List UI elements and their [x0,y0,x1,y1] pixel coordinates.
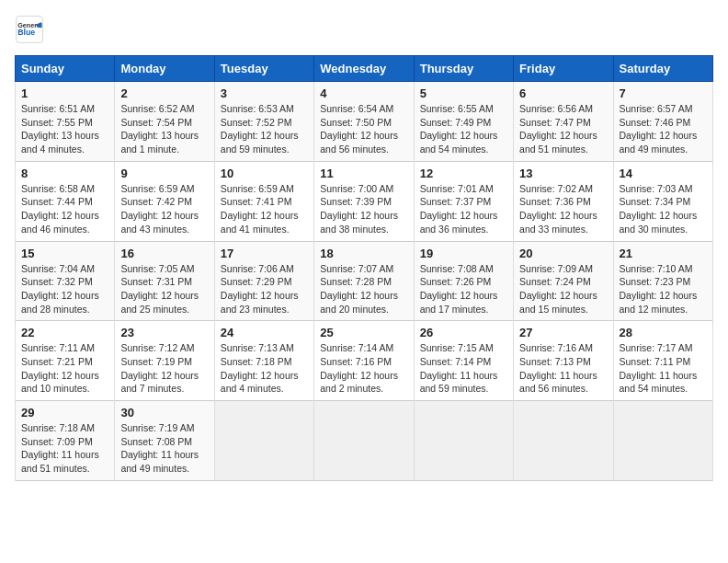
calendar-cell: 23 Sunrise: 7:12 AM Sunset: 7:19 PM Dayl… [115,321,214,401]
calendar-cell: 4 Sunrise: 6:54 AM Sunset: 7:50 PM Dayli… [314,82,414,162]
day-number: 20 [519,247,607,260]
calendar-cell: 18 Sunrise: 7:07 AM Sunset: 7:28 PM Dayl… [314,241,414,321]
calendar-cell: 17 Sunrise: 7:06 AM Sunset: 7:29 PM Dayl… [214,241,313,321]
calendar-row: 1 Sunrise: 6:51 AM Sunset: 7:55 PM Dayli… [16,82,713,162]
calendar-row: 22 Sunrise: 7:11 AM Sunset: 7:21 PM Dayl… [16,321,713,401]
day-number: 21 [620,247,707,260]
day-number: 14 [620,167,707,180]
calendar-cell [613,401,712,481]
day-number: 18 [320,247,407,260]
day-number: 22 [21,326,108,339]
day-number: 30 [120,406,208,419]
day-detail: Sunrise: 7:04 AM Sunset: 7:32 PM Dayligh… [21,263,99,315]
calendar-row: 29 Sunrise: 7:18 AM Sunset: 7:09 PM Dayl… [16,401,713,481]
calendar-cell: 2 Sunrise: 6:52 AM Sunset: 7:54 PM Dayli… [115,82,214,162]
calendar-cell: 28 Sunrise: 7:17 AM Sunset: 7:11 PM Dayl… [613,321,712,401]
calendar-cell: 15 Sunrise: 7:04 AM Sunset: 7:32 PM Dayl… [16,241,115,321]
day-detail: Sunrise: 7:19 AM Sunset: 7:08 PM Dayligh… [120,422,199,474]
day-number: 25 [320,326,407,339]
day-detail: Sunrise: 7:09 AM Sunset: 7:24 PM Dayligh… [519,263,597,315]
calendar-cell: 10 Sunrise: 6:59 AM Sunset: 7:41 PM Dayl… [214,161,313,241]
calendar-cell: 29 Sunrise: 7:18 AM Sunset: 7:09 PM Dayl… [16,401,115,481]
day-detail: Sunrise: 7:18 AM Sunset: 7:09 PM Dayligh… [21,422,99,474]
day-detail: Sunrise: 6:52 AM Sunset: 7:54 PM Dayligh… [120,103,199,155]
calendar-cell: 19 Sunrise: 7:08 AM Sunset: 7:26 PM Dayl… [414,241,513,321]
calendar-cell: 16 Sunrise: 7:05 AM Sunset: 7:31 PM Dayl… [115,241,214,321]
calendar-cell [514,401,613,481]
day-detail: Sunrise: 6:59 AM Sunset: 7:41 PM Dayligh… [221,183,299,235]
calendar-cell: 11 Sunrise: 7:00 AM Sunset: 7:39 PM Dayl… [314,161,414,241]
day-detail: Sunrise: 7:15 AM Sunset: 7:14 PM Dayligh… [420,342,498,394]
weekday-header-tuesday: Tuesday [214,56,313,82]
weekday-header-saturday: Saturday [613,56,712,82]
day-number: 29 [21,406,108,419]
calendar-cell: 14 Sunrise: 7:03 AM Sunset: 7:34 PM Dayl… [613,161,712,241]
day-number: 12 [420,167,507,180]
day-detail: Sunrise: 7:02 AM Sunset: 7:36 PM Dayligh… [519,183,597,235]
day-detail: Sunrise: 7:06 AM Sunset: 7:29 PM Dayligh… [221,263,299,315]
day-number: 15 [21,247,108,260]
day-number: 17 [221,247,308,260]
day-number: 10 [221,167,308,180]
day-detail: Sunrise: 7:13 AM Sunset: 7:18 PM Dayligh… [221,342,299,394]
svg-text:Blue: Blue [17,28,35,37]
day-detail: Sunrise: 6:58 AM Sunset: 7:44 PM Dayligh… [21,183,99,235]
weekday-header-sunday: Sunday [16,56,115,82]
calendar-cell: 26 Sunrise: 7:15 AM Sunset: 7:14 PM Dayl… [414,321,513,401]
day-detail: Sunrise: 7:17 AM Sunset: 7:11 PM Dayligh… [620,342,698,394]
day-number: 6 [519,86,607,100]
day-detail: Sunrise: 7:01 AM Sunset: 7:37 PM Dayligh… [420,183,498,235]
calendar-cell: 30 Sunrise: 7:19 AM Sunset: 7:08 PM Dayl… [115,401,214,481]
day-detail: Sunrise: 7:11 AM Sunset: 7:21 PM Dayligh… [21,342,99,394]
day-detail: Sunrise: 7:10 AM Sunset: 7:23 PM Dayligh… [620,263,698,315]
day-number: 28 [620,326,707,339]
day-detail: Sunrise: 7:07 AM Sunset: 7:28 PM Dayligh… [320,263,398,315]
calendar-cell: 21 Sunrise: 7:10 AM Sunset: 7:23 PM Dayl… [613,241,712,321]
day-number: 2 [120,86,208,100]
calendar-cell: 24 Sunrise: 7:13 AM Sunset: 7:18 PM Dayl… [214,321,313,401]
weekday-header-row: SundayMondayTuesdayWednesdayThursdayFrid… [16,56,713,82]
day-detail: Sunrise: 6:51 AM Sunset: 7:55 PM Dayligh… [21,103,99,155]
day-detail: Sunrise: 7:08 AM Sunset: 7:26 PM Dayligh… [420,263,498,315]
day-number: 16 [120,247,208,260]
day-detail: Sunrise: 7:16 AM Sunset: 7:13 PM Dayligh… [519,342,597,394]
page-header: General Blue [15,15,713,44]
calendar-cell: 8 Sunrise: 6:58 AM Sunset: 7:44 PM Dayli… [16,161,115,241]
day-detail: Sunrise: 6:53 AM Sunset: 7:52 PM Dayligh… [221,103,299,155]
calendar-cell: 25 Sunrise: 7:14 AM Sunset: 7:16 PM Dayl… [314,321,414,401]
calendar-cell: 3 Sunrise: 6:53 AM Sunset: 7:52 PM Dayli… [214,82,313,162]
calendar-cell: 1 Sunrise: 6:51 AM Sunset: 7:55 PM Dayli… [16,82,115,162]
weekday-header-thursday: Thursday [414,56,513,82]
day-number: 5 [420,86,507,100]
day-detail: Sunrise: 7:14 AM Sunset: 7:16 PM Dayligh… [320,342,398,394]
calendar-cell: 5 Sunrise: 6:55 AM Sunset: 7:49 PM Dayli… [414,82,513,162]
day-detail: Sunrise: 6:57 AM Sunset: 7:46 PM Dayligh… [620,103,698,155]
day-number: 3 [221,86,308,100]
day-number: 13 [519,167,607,180]
calendar-cell [214,401,313,481]
calendar-cell [314,401,414,481]
day-number: 1 [21,86,108,100]
day-number: 26 [420,326,507,339]
day-number: 11 [320,167,407,180]
calendar-cell: 6 Sunrise: 6:56 AM Sunset: 7:47 PM Dayli… [514,82,613,162]
day-number: 9 [120,167,208,180]
calendar-cell: 27 Sunrise: 7:16 AM Sunset: 7:13 PM Dayl… [514,321,613,401]
day-number: 24 [221,326,308,339]
day-detail: Sunrise: 6:56 AM Sunset: 7:47 PM Dayligh… [519,103,597,155]
day-detail: Sunrise: 7:00 AM Sunset: 7:39 PM Dayligh… [320,183,398,235]
day-detail: Sunrise: 7:05 AM Sunset: 7:31 PM Dayligh… [120,263,199,315]
weekday-header-friday: Friday [514,56,613,82]
logo-icon: General Blue [15,15,44,44]
weekday-header-wednesday: Wednesday [314,56,414,82]
logo: General Blue [15,15,44,44]
calendar-cell: 13 Sunrise: 7:02 AM Sunset: 7:36 PM Dayl… [514,161,613,241]
day-detail: Sunrise: 6:54 AM Sunset: 7:50 PM Dayligh… [320,103,398,155]
calendar-row: 15 Sunrise: 7:04 AM Sunset: 7:32 PM Dayl… [16,241,713,321]
calendar-cell [414,401,513,481]
day-number: 8 [21,167,108,180]
calendar-cell: 20 Sunrise: 7:09 AM Sunset: 7:24 PM Dayl… [514,241,613,321]
day-number: 23 [120,326,208,339]
calendar-cell: 22 Sunrise: 7:11 AM Sunset: 7:21 PM Dayl… [16,321,115,401]
day-detail: Sunrise: 6:59 AM Sunset: 7:42 PM Dayligh… [120,183,199,235]
